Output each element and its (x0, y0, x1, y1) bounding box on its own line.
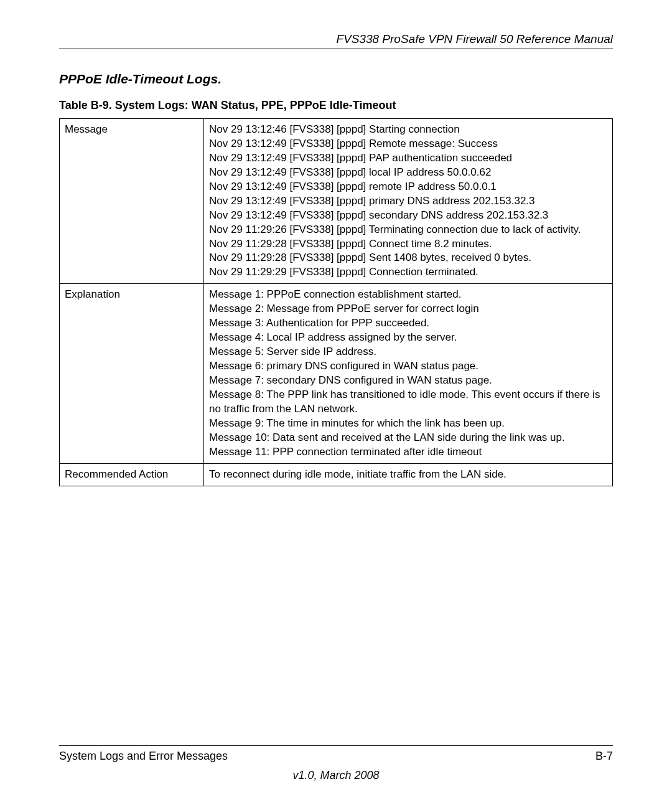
content-line: Message 1: PPPoE connection establishmen… (209, 288, 607, 302)
content-line: Message 9: The time in minutes for which… (209, 417, 607, 431)
table-row: ExplanationMessage 1: PPPoE connection e… (60, 284, 613, 463)
log-table: MessageNov 29 13:12:46 [FVS338] [pppd] S… (59, 118, 613, 486)
content-line: Nov 29 13:12:46 [FVS338] [pppd] Starting… (209, 123, 607, 137)
content-line: Message 2: Message from PPPoE server for… (209, 302, 607, 316)
content-line: Nov 29 11:29:28 [FVS338] [pppd] Sent 140… (209, 251, 607, 265)
table-row: Recommended ActionTo reconnect during id… (60, 463, 613, 486)
content-line: To reconnect during idle mode, initiate … (209, 468, 607, 482)
section-title: PPPoE Idle-Timeout Logs. (59, 72, 613, 87)
content-line: Nov 29 13:12:49 [FVS338] [pppd] remote I… (209, 180, 607, 194)
content-line: Message 8: The PPP link has transitioned… (209, 388, 607, 417)
content-line: Message 3: Authentication for PPP succee… (209, 316, 607, 331)
content-line: Message 10: Data sent and received at th… (209, 431, 607, 445)
page: FVS338 ProSafe VPN Firewall 50 Reference… (0, 0, 672, 807)
content-line: Message 7: secondary DNS configured in W… (209, 374, 607, 388)
footer-right: B-7 (595, 750, 613, 763)
row-label: Recommended Action (60, 463, 204, 486)
row-content: Nov 29 13:12:46 [FVS338] [pppd] Starting… (204, 119, 613, 284)
content-line: Message 6: primary DNS configured in WAN… (209, 359, 607, 374)
content-line: Nov 29 13:12:49 [FVS338] [pppd] local IP… (209, 166, 607, 180)
log-table-body: MessageNov 29 13:12:46 [FVS338] [pppd] S… (60, 119, 613, 486)
manual-title: FVS338 ProSafe VPN Firewall 50 Reference… (336, 32, 613, 45)
content-line: Message 4: Local IP address assigned by … (209, 331, 607, 345)
content-line: Message 11: PPP connection terminated af… (209, 445, 607, 460)
content-line: Nov 29 13:12:49 [FVS338] [pppd] secondar… (209, 209, 607, 223)
footer-left: System Logs and Error Messages (59, 750, 228, 763)
spacer (59, 486, 613, 734)
row-content: To reconnect during idle mode, initiate … (204, 463, 613, 486)
content-line: Nov 29 13:12:49 [FVS338] [pppd] primary … (209, 194, 607, 209)
row-content: Message 1: PPPoE connection establishmen… (204, 284, 613, 463)
content-line: Nov 29 13:12:49 [FVS338] [pppd] PAP auth… (209, 151, 607, 166)
page-footer: System Logs and Error Messages B-7 (59, 745, 613, 763)
content-line: Message 5: Server side IP address. (209, 345, 607, 359)
content-line: Nov 29 11:29:26 [FVS338] [pppd] Terminat… (209, 223, 607, 237)
footer-version: v1.0, March 2008 (59, 769, 613, 782)
content-line: Nov 29 13:12:49 [FVS338] [pppd] Remote m… (209, 137, 607, 151)
table-caption: Table B-9. System Logs: WAN Status, PPE,… (59, 99, 613, 112)
row-label: Explanation (60, 284, 204, 463)
row-label: Message (60, 119, 204, 284)
page-header: FVS338 ProSafe VPN Firewall 50 Reference… (59, 32, 613, 49)
table-row: MessageNov 29 13:12:46 [FVS338] [pppd] S… (60, 119, 613, 284)
content-line: Nov 29 11:29:28 [FVS338] [pppd] Connect … (209, 237, 607, 252)
content-line: Nov 29 11:29:29 [FVS338] [pppd] Connecti… (209, 265, 607, 280)
